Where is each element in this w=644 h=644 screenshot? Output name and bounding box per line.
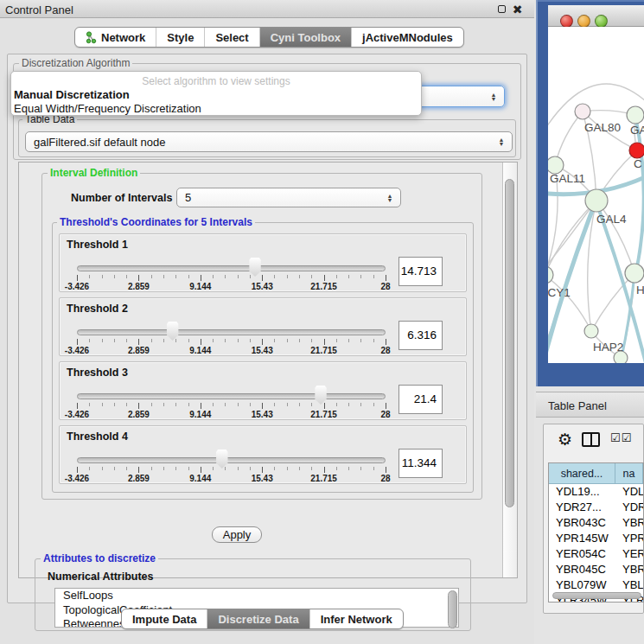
threshold-panel-1: Threshold 1 -3.4262.8599.14415.4321.7152… <box>59 233 467 292</box>
network-node-label: C <box>634 157 642 170</box>
tab-jactivemnodules[interactable]: jActiveMNodules <box>352 28 463 47</box>
gear-icon[interactable]: ⚙ <box>558 430 572 450</box>
attributes-list-scrollbar[interactable] <box>448 590 457 628</box>
tab-infer-network-label: Infer Network <box>321 613 392 626</box>
table-row[interactable]: YBL079WYBL0 <box>549 577 643 593</box>
table-panel-title: Table Panel <box>548 399 607 412</box>
combo-stepper-icon: ▲▼ <box>494 137 508 146</box>
tab-infer-network[interactable]: Infer Network <box>310 609 403 628</box>
threshold-value-field[interactable]: 6.316 <box>399 321 443 350</box>
threshold-panel-3: Threshold 3 -3.4262.8599.14415.4321.7152… <box>59 361 467 420</box>
network-node-gal4[interactable] <box>585 189 608 212</box>
threshold-value-field[interactable]: 14.713 <box>399 257 443 286</box>
slider-thumb[interactable] <box>166 322 180 341</box>
table-cell: YDL19... <box>549 484 615 500</box>
network-node-gal80[interactable] <box>575 104 590 119</box>
numerical-attributes-label: Numerical Attributes <box>48 571 153 583</box>
discretization-algorithm-group-title: Discretization Algorithm <box>19 57 132 69</box>
columns-icon[interactable] <box>582 432 600 447</box>
threshold-value-field[interactable]: 21.4 <box>399 385 443 414</box>
tab-impute-data-label: Impute Data <box>132 613 196 626</box>
num-intervals-label: Number of Intervals <box>71 192 172 204</box>
network-node-h[interactable] <box>625 264 644 283</box>
slider-track[interactable] <box>77 393 386 399</box>
attribute-list-item[interactable]: SelfLoops <box>55 589 458 603</box>
num-intervals-combobox[interactable]: 5 ▲▼ <box>176 188 401 207</box>
network-node-hap2[interactable] <box>584 324 598 338</box>
table-row[interactable]: YDL19...YDL1 <box>549 484 643 500</box>
control-panel-titlebar: Control Panel ✖ <box>0 0 534 18</box>
table-toolbar: ⚙ ☑☑ <box>544 428 643 461</box>
tab-impute-data[interactable]: Impute Data <box>122 609 207 628</box>
num-intervals-value: 5 <box>177 191 383 204</box>
maximize-traffic-light[interactable] <box>595 15 608 28</box>
table-hscrollbar[interactable] <box>552 592 641 599</box>
table-cell: YPR1 <box>615 531 643 546</box>
close-icon[interactable]: ✖ <box>512 4 523 16</box>
tab-discretize-data[interactable]: Discretize Data <box>207 609 309 628</box>
network-node-bot[interactable] <box>614 351 628 363</box>
apply-button[interactable]: Apply <box>212 526 262 543</box>
tab-discretize-data-label: Discretize Data <box>218 613 298 626</box>
control-panel: Control Panel ✖ Network Style Select Cyn… <box>0 0 534 644</box>
tab-select[interactable]: Select <box>205 28 259 47</box>
table-cell: YBR043C <box>549 515 615 531</box>
network-node-label: H <box>636 284 644 296</box>
network-node-label: GCY1 <box>548 286 571 299</box>
cyni-toolbox-panel: Discretization Algorithm ▲▼ Table Data g… <box>7 54 527 603</box>
settings-vscrollbar-thumb[interactable] <box>505 179 514 507</box>
table-row[interactable]: YBR043CYBR0 <box>549 515 643 531</box>
table-row[interactable]: YPR145WYPR1 <box>549 531 643 546</box>
float-window-icon[interactable] <box>496 4 507 16</box>
threshold-panel-4: Threshold 4 -3.4262.8599.14415.4321.7152… <box>59 425 467 484</box>
panel-title: Control Panel <box>5 3 73 16</box>
algorithm-popup: Select algorithm to view settings Manual… <box>10 71 422 116</box>
popup-option-equal-width-frequency[interactable]: Equal Width/Frequency Discretization <box>14 102 418 115</box>
network-node-label: GA <box>630 124 644 137</box>
tab-network[interactable]: Network <box>75 28 156 47</box>
thresholds-group-title: Threshold's Coordinates for 5 Intervals <box>57 216 255 228</box>
table-cell: YBR045C <box>549 562 615 577</box>
table-panel-titlebar: Table Panel <box>536 392 644 418</box>
network-node-label: GAL11 <box>550 172 585 185</box>
network-canvas[interactable]: GAL80GACGAL11GAL4GCY1HHAP2 <box>548 27 644 363</box>
table-data-combobox[interactable]: galFiltered.sif default node ▲▼ <box>25 131 513 152</box>
minimize-traffic-light[interactable] <box>577 15 590 28</box>
tab-cyni-toolbox-label: Cyni Toolbox <box>271 31 341 44</box>
tab-cyni-toolbox[interactable]: Cyni Toolbox <box>260 28 352 47</box>
slider-track[interactable] <box>77 265 386 271</box>
table-header: shared... na <box>549 463 643 484</box>
network-node-gal11[interactable] <box>548 156 564 174</box>
threshold-value-field[interactable]: 11.344 <box>399 449 443 478</box>
settings-scrollpane: Interval Definition Number of Intervals … <box>18 162 518 578</box>
close-traffic-light[interactable] <box>560 15 573 28</box>
network-edge <box>635 116 644 271</box>
table-cell: YDR2 <box>615 500 643 515</box>
tab-style[interactable]: Style <box>156 28 205 47</box>
slider-thumb[interactable] <box>248 258 262 277</box>
table-row[interactable]: YBR045CYBR0 <box>549 562 643 577</box>
column-header-name[interactable]: na <box>615 463 643 483</box>
network-node-ga[interactable] <box>627 106 644 124</box>
column-header-shared[interactable]: shared... <box>549 463 615 483</box>
slider-thumb[interactable] <box>314 386 328 405</box>
table-row[interactable]: YDR27...YDR2 <box>549 500 643 515</box>
slider-track[interactable] <box>77 457 386 463</box>
network-node-c[interactable] <box>629 143 644 158</box>
attributes-group-title: Attributes to discretize <box>41 552 158 564</box>
network-graph: GAL80GACGAL11GAL4GCY1HHAP2 <box>548 27 644 363</box>
network-view-frame: GAL80GACGAL11GAL4GCY1HHAP2 <box>536 0 644 386</box>
popup-option-manual-discretization[interactable]: Manual Discretization <box>14 88 418 101</box>
table-cell: YER054C <box>549 546 615 562</box>
checkboxes-icon[interactable]: ☑☑ <box>610 431 632 444</box>
combo-stepper-icon: ▲▼ <box>383 194 397 202</box>
threshold-panels: Threshold 1 -3.4262.8599.14415.4321.7152… <box>50 233 475 489</box>
slider-thumb[interactable] <box>215 450 229 469</box>
table-row[interactable]: YER054CYER0 <box>549 546 643 562</box>
network-icon <box>86 31 97 44</box>
node-table: shared... na YDL19...YDL1YDR27...YDR2YBR… <box>548 462 644 603</box>
table-cell: YER0 <box>615 546 643 562</box>
slider-track[interactable] <box>77 329 386 335</box>
combo-stepper-icon: ▲▼ <box>487 92 501 101</box>
table-cell: YDL1 <box>615 484 643 500</box>
